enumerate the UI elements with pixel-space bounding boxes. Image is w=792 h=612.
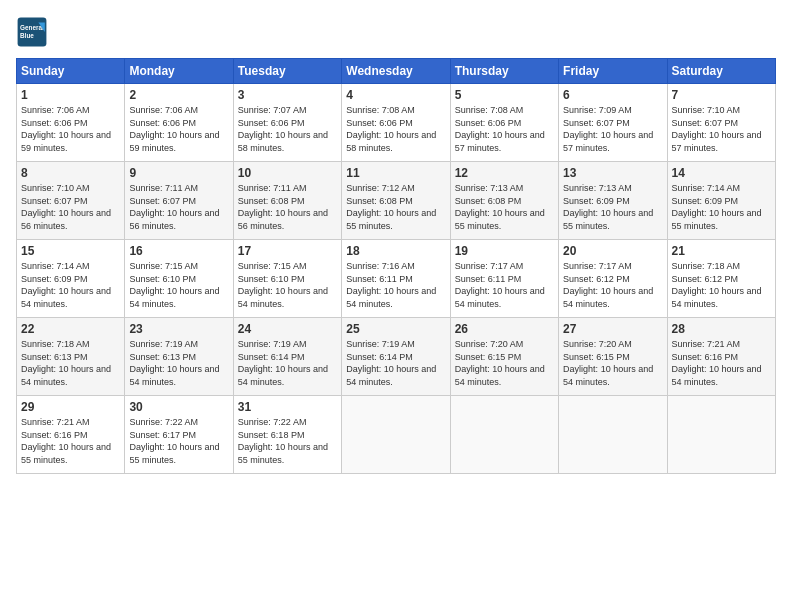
sunset-label: Sunset: 6:08 PM <box>455 196 522 206</box>
calendar-cell: 21 Sunrise: 7:18 AM Sunset: 6:12 PM Dayl… <box>667 240 775 318</box>
day-number: 10 <box>238 166 337 180</box>
sunrise-label: Sunrise: 7:19 AM <box>129 339 198 349</box>
sunrise-label: Sunrise: 7:13 AM <box>455 183 524 193</box>
daylight-label: Daylight: 10 hours and 54 minutes. <box>238 286 328 309</box>
sunset-label: Sunset: 6:06 PM <box>129 118 196 128</box>
calendar-cell: 13 Sunrise: 7:13 AM Sunset: 6:09 PM Dayl… <box>559 162 667 240</box>
daylight-label: Daylight: 10 hours and 56 minutes. <box>21 208 111 231</box>
daylight-label: Daylight: 10 hours and 54 minutes. <box>21 364 111 387</box>
sunrise-label: Sunrise: 7:15 AM <box>238 261 307 271</box>
daylight-label: Daylight: 10 hours and 55 minutes. <box>129 442 219 465</box>
daylight-label: Daylight: 10 hours and 54 minutes. <box>129 364 219 387</box>
sunset-label: Sunset: 6:10 PM <box>238 274 305 284</box>
day-info: Sunrise: 7:20 AM Sunset: 6:15 PM Dayligh… <box>563 338 662 388</box>
day-info: Sunrise: 7:13 AM Sunset: 6:09 PM Dayligh… <box>563 182 662 232</box>
day-info: Sunrise: 7:08 AM Sunset: 6:06 PM Dayligh… <box>455 104 554 154</box>
day-info: Sunrise: 7:17 AM Sunset: 6:11 PM Dayligh… <box>455 260 554 310</box>
calendar-container: General Blue SundayMondayTuesdayWednesda… <box>0 0 792 612</box>
sunset-label: Sunset: 6:14 PM <box>346 352 413 362</box>
sunset-label: Sunset: 6:07 PM <box>21 196 88 206</box>
daylight-label: Daylight: 10 hours and 59 minutes. <box>21 130 111 153</box>
sunrise-label: Sunrise: 7:09 AM <box>563 105 632 115</box>
sunrise-label: Sunrise: 7:06 AM <box>129 105 198 115</box>
day-number: 13 <box>563 166 662 180</box>
weekday-header-row: SundayMondayTuesdayWednesdayThursdayFrid… <box>17 59 776 84</box>
day-info: Sunrise: 7:14 AM Sunset: 6:09 PM Dayligh… <box>672 182 771 232</box>
sunrise-label: Sunrise: 7:07 AM <box>238 105 307 115</box>
daylight-label: Daylight: 10 hours and 55 minutes. <box>21 442 111 465</box>
day-info: Sunrise: 7:12 AM Sunset: 6:08 PM Dayligh… <box>346 182 445 232</box>
header: General Blue <box>16 16 776 48</box>
sunset-label: Sunset: 6:06 PM <box>238 118 305 128</box>
daylight-label: Daylight: 10 hours and 55 minutes. <box>455 208 545 231</box>
calendar-cell <box>342 396 450 474</box>
sunset-label: Sunset: 6:18 PM <box>238 430 305 440</box>
sunrise-label: Sunrise: 7:21 AM <box>672 339 741 349</box>
day-info: Sunrise: 7:13 AM Sunset: 6:08 PM Dayligh… <box>455 182 554 232</box>
daylight-label: Daylight: 10 hours and 54 minutes. <box>563 286 653 309</box>
weekday-header-monday: Monday <box>125 59 233 84</box>
sunset-label: Sunset: 6:10 PM <box>129 274 196 284</box>
day-number: 30 <box>129 400 228 414</box>
sunset-label: Sunset: 6:09 PM <box>563 196 630 206</box>
sunset-label: Sunset: 6:07 PM <box>129 196 196 206</box>
sunset-label: Sunset: 6:06 PM <box>21 118 88 128</box>
day-info: Sunrise: 7:10 AM Sunset: 6:07 PM Dayligh… <box>21 182 120 232</box>
day-number: 12 <box>455 166 554 180</box>
calendar-cell <box>559 396 667 474</box>
daylight-label: Daylight: 10 hours and 58 minutes. <box>346 130 436 153</box>
sunrise-label: Sunrise: 7:20 AM <box>563 339 632 349</box>
calendar-cell: 2 Sunrise: 7:06 AM Sunset: 6:06 PM Dayli… <box>125 84 233 162</box>
sunrise-label: Sunrise: 7:18 AM <box>672 261 741 271</box>
daylight-label: Daylight: 10 hours and 57 minutes. <box>563 130 653 153</box>
day-number: 27 <box>563 322 662 336</box>
day-info: Sunrise: 7:06 AM Sunset: 6:06 PM Dayligh… <box>21 104 120 154</box>
daylight-label: Daylight: 10 hours and 58 minutes. <box>238 130 328 153</box>
calendar-cell: 12 Sunrise: 7:13 AM Sunset: 6:08 PM Dayl… <box>450 162 558 240</box>
sunrise-label: Sunrise: 7:13 AM <box>563 183 632 193</box>
sunrise-label: Sunrise: 7:11 AM <box>238 183 307 193</box>
day-number: 29 <box>21 400 120 414</box>
calendar-cell <box>450 396 558 474</box>
daylight-label: Daylight: 10 hours and 55 minutes. <box>672 208 762 231</box>
day-info: Sunrise: 7:21 AM Sunset: 6:16 PM Dayligh… <box>21 416 120 466</box>
sunset-label: Sunset: 6:13 PM <box>21 352 88 362</box>
day-info: Sunrise: 7:19 AM Sunset: 6:13 PM Dayligh… <box>129 338 228 388</box>
sunrise-label: Sunrise: 7:19 AM <box>238 339 307 349</box>
daylight-label: Daylight: 10 hours and 54 minutes. <box>455 364 545 387</box>
calendar-cell: 31 Sunrise: 7:22 AM Sunset: 6:18 PM Dayl… <box>233 396 341 474</box>
weekday-header-friday: Friday <box>559 59 667 84</box>
sunset-label: Sunset: 6:14 PM <box>238 352 305 362</box>
daylight-label: Daylight: 10 hours and 54 minutes. <box>21 286 111 309</box>
day-number: 18 <box>346 244 445 258</box>
logo: General Blue <box>16 16 52 48</box>
day-info: Sunrise: 7:07 AM Sunset: 6:06 PM Dayligh… <box>238 104 337 154</box>
sunset-label: Sunset: 6:16 PM <box>21 430 88 440</box>
day-info: Sunrise: 7:18 AM Sunset: 6:12 PM Dayligh… <box>672 260 771 310</box>
calendar-cell: 1 Sunrise: 7:06 AM Sunset: 6:06 PM Dayli… <box>17 84 125 162</box>
daylight-label: Daylight: 10 hours and 54 minutes. <box>455 286 545 309</box>
svg-text:General: General <box>20 24 44 31</box>
sunrise-label: Sunrise: 7:06 AM <box>21 105 90 115</box>
weekday-header-wednesday: Wednesday <box>342 59 450 84</box>
day-number: 16 <box>129 244 228 258</box>
sunrise-label: Sunrise: 7:12 AM <box>346 183 415 193</box>
calendar-cell: 6 Sunrise: 7:09 AM Sunset: 6:07 PM Dayli… <box>559 84 667 162</box>
day-info: Sunrise: 7:18 AM Sunset: 6:13 PM Dayligh… <box>21 338 120 388</box>
calendar-cell: 27 Sunrise: 7:20 AM Sunset: 6:15 PM Dayl… <box>559 318 667 396</box>
day-info: Sunrise: 7:11 AM Sunset: 6:08 PM Dayligh… <box>238 182 337 232</box>
sunset-label: Sunset: 6:11 PM <box>455 274 522 284</box>
calendar-cell: 15 Sunrise: 7:14 AM Sunset: 6:09 PM Dayl… <box>17 240 125 318</box>
day-number: 28 <box>672 322 771 336</box>
calendar-cell: 30 Sunrise: 7:22 AM Sunset: 6:17 PM Dayl… <box>125 396 233 474</box>
day-number: 25 <box>346 322 445 336</box>
sunset-label: Sunset: 6:08 PM <box>238 196 305 206</box>
sunrise-label: Sunrise: 7:16 AM <box>346 261 415 271</box>
daylight-label: Daylight: 10 hours and 57 minutes. <box>672 130 762 153</box>
calendar-cell: 25 Sunrise: 7:19 AM Sunset: 6:14 PM Dayl… <box>342 318 450 396</box>
day-number: 11 <box>346 166 445 180</box>
calendar-cell: 8 Sunrise: 7:10 AM Sunset: 6:07 PM Dayli… <box>17 162 125 240</box>
day-number: 19 <box>455 244 554 258</box>
sunset-label: Sunset: 6:07 PM <box>563 118 630 128</box>
calendar-cell: 28 Sunrise: 7:21 AM Sunset: 6:16 PM Dayl… <box>667 318 775 396</box>
